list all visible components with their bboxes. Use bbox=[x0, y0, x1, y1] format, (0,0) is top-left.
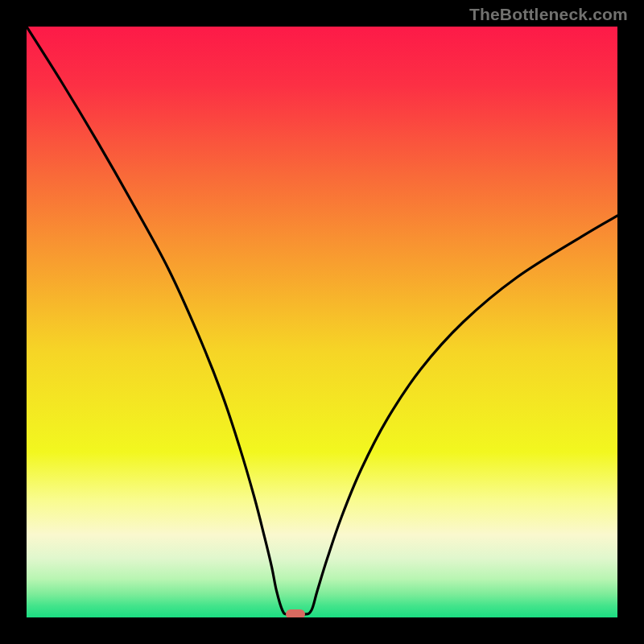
chart-frame: TheBottleneck.com bbox=[0, 0, 644, 644]
attribution-text: TheBottleneck.com bbox=[469, 5, 628, 24]
bottleneck-curve bbox=[27, 27, 617, 617]
marker-pill bbox=[286, 609, 305, 617]
plot-area bbox=[27, 27, 617, 617]
